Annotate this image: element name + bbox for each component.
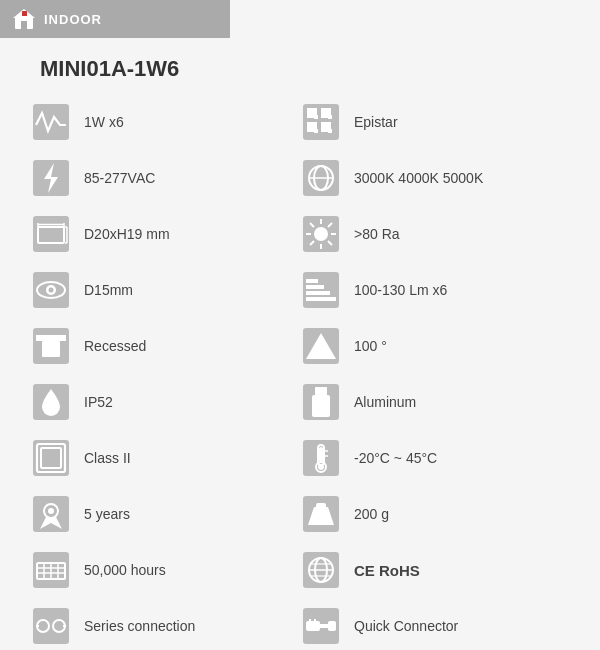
dims-icon: [30, 213, 72, 255]
svg-rect-64: [303, 272, 339, 308]
svg-rect-67: [306, 285, 324, 289]
connector-icon: [300, 605, 342, 647]
spec-led-label: Epistar: [354, 114, 398, 130]
spec-connector: Quick Connector: [300, 598, 570, 650]
svg-rect-83: [316, 503, 326, 509]
spec-class-label: Class II: [84, 450, 131, 466]
lumen-icon: [300, 269, 342, 311]
svg-rect-46: [314, 115, 318, 119]
svg-rect-92: [320, 624, 328, 628]
sun-icon: [300, 213, 342, 255]
spec-led: Epistar: [300, 94, 570, 150]
spec-cct: 3000K 4000K 5000K: [300, 150, 570, 206]
spec-hole-label: D15mm: [84, 282, 133, 298]
series-icon: [30, 605, 72, 647]
temp-icon: [300, 437, 342, 479]
spec-voltage-label: 85-277VAC: [84, 170, 155, 186]
svg-rect-73: [312, 395, 330, 417]
svg-rect-66: [306, 291, 330, 295]
classii-icon: [30, 437, 72, 479]
header-label: INDOOR: [44, 12, 102, 27]
svg-rect-78: [319, 447, 323, 462]
svg-point-79: [318, 464, 324, 470]
material-icon: [300, 381, 342, 423]
eye-icon: [30, 269, 72, 311]
svg-point-28: [48, 508, 54, 514]
spec-weight: 200 g: [300, 486, 570, 542]
svg-rect-20: [36, 335, 66, 341]
svg-rect-93: [328, 621, 336, 631]
svg-rect-91: [306, 621, 320, 631]
spec-material-label: Aluminum: [354, 394, 416, 410]
spec-connector-label: Quick Connector: [354, 618, 458, 634]
spec-beam: 100 °: [300, 318, 570, 374]
beam-icon: [300, 325, 342, 367]
spec-temp: -20°C ~ 45°C: [300, 430, 570, 486]
spec-cert-label: CE RoHS: [354, 562, 420, 579]
spec-ip-label: IP52: [84, 394, 113, 410]
globe-icon: [300, 549, 342, 591]
waveform-icon: [30, 101, 72, 143]
spec-beam-label: 100 °: [354, 338, 387, 354]
spec-mounting-label: Recessed: [84, 338, 146, 354]
spec-class: Class II: [30, 430, 300, 486]
svg-rect-68: [306, 279, 318, 283]
spec-mounting: Recessed: [30, 318, 300, 374]
specs-left: 1W x6 85-277VAC: [30, 94, 300, 650]
svg-rect-21: [42, 341, 60, 357]
spec-series: Series connection: [30, 598, 300, 650]
header-bar: INDOOR: [0, 0, 230, 38]
spec-hours-label: 50,000 hours: [84, 562, 166, 578]
product-title: MINI01A-1W6: [40, 56, 600, 82]
bolt-icon: [30, 157, 72, 199]
spec-power: 1W x6: [30, 94, 300, 150]
spec-warranty: 5 years: [30, 486, 300, 542]
spec-lumen-label: 100-130 Lm x6: [354, 282, 447, 298]
spec-cri-label: >80 Ra: [354, 226, 400, 242]
spec-hours: 50,000 hours: [30, 542, 300, 598]
spec-dims: D20xH19 mm: [30, 206, 300, 262]
svg-rect-23: [33, 440, 69, 476]
svg-rect-48: [314, 129, 318, 133]
spec-lumen: 100-130 Lm x6: [300, 262, 570, 318]
spec-power-label: 1W x6: [84, 114, 124, 130]
svg-point-55: [314, 227, 328, 241]
spec-cct-label: 3000K 4000K 5000K: [354, 170, 483, 186]
drop-icon: [30, 381, 72, 423]
spec-cri: >80 Ra: [300, 206, 570, 262]
cct-icon: [300, 157, 342, 199]
specs-right: Epistar 3000K 4000K 5000K: [300, 94, 570, 650]
spec-warranty-label: 5 years: [84, 506, 130, 522]
specs-grid: 1W x6 85-277VAC: [0, 94, 600, 650]
spec-material: Aluminum: [300, 374, 570, 430]
indoor-icon: [12, 7, 36, 31]
svg-point-18: [49, 288, 54, 293]
svg-rect-2: [21, 21, 27, 29]
grid-icon: [300, 101, 342, 143]
spec-series-label: Series connection: [84, 618, 195, 634]
hours-icon: [30, 549, 72, 591]
svg-rect-3: [22, 11, 27, 16]
svg-rect-49: [328, 129, 332, 133]
svg-rect-47: [328, 115, 332, 119]
spec-cert: CE RoHS: [300, 542, 570, 598]
weight-icon: [300, 493, 342, 535]
spec-voltage: 85-277VAC: [30, 150, 300, 206]
mount-icon: [30, 325, 72, 367]
warranty-icon: [30, 493, 72, 535]
svg-rect-65: [306, 297, 336, 301]
spec-dims-label: D20xH19 mm: [84, 226, 170, 242]
spec-weight-label: 200 g: [354, 506, 389, 522]
spec-ip: IP52: [30, 374, 300, 430]
spec-hole: D15mm: [30, 262, 300, 318]
svg-rect-74: [315, 387, 327, 395]
spec-temp-label: -20°C ~ 45°C: [354, 450, 437, 466]
